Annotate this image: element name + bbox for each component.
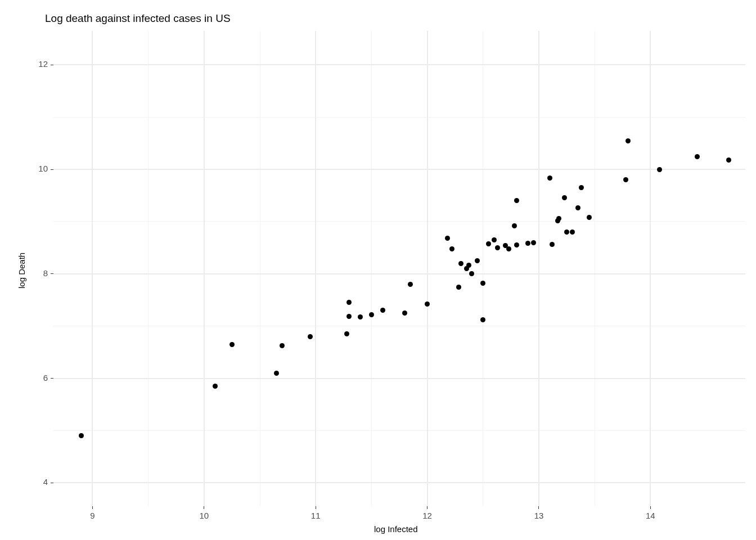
y-tick-label: 4 [28,477,48,487]
x-minor-grid [260,31,260,506]
chart-title: Log death against infected cases in US [45,12,231,25]
data-point [726,158,731,163]
y-major-grid [53,482,745,483]
y-tick-label: 10 [28,164,48,173]
x-tick-label: 11 [304,511,327,520]
data-point [514,242,519,248]
data-point [369,312,374,317]
data-point [512,223,517,228]
x-minor-grid [371,31,372,506]
data-point [445,236,450,241]
y-tick-label: 12 [28,59,48,69]
x-major-grid [650,31,651,506]
scatter-chart: Log death against infected cases in US l… [0,0,756,540]
x-tick [92,506,93,509]
y-minor-grid [53,117,745,118]
data-point [492,237,497,242]
data-point [213,384,218,389]
y-tick [51,65,53,65]
data-point [556,216,561,221]
y-minor-grid [53,221,745,222]
data-point [626,138,631,143]
data-point [506,246,511,251]
x-minor-grid [148,31,148,506]
x-tick [204,506,204,509]
y-minor-grid [53,326,745,326]
data-point [274,371,279,376]
data-point [466,263,471,268]
y-major-grid [53,169,745,170]
data-point [308,334,313,339]
x-tick-label: 14 [639,511,662,520]
x-minor-grid [483,31,483,506]
y-tick [51,378,53,379]
x-tick-label: 10 [193,511,215,520]
x-tick [650,506,651,509]
x-major-grid [538,31,539,506]
x-major-grid [315,31,316,506]
data-point [380,308,385,313]
x-axis-title: log Infected [374,524,418,534]
data-point [449,246,454,251]
y-tick [51,169,53,170]
y-major-grid [53,64,745,65]
data-point [562,195,567,200]
data-point [531,240,536,245]
data-point [579,185,584,190]
y-tick [51,483,53,483]
y-major-grid [53,378,745,379]
data-point [456,285,461,290]
data-point [495,245,500,250]
x-tick [427,506,428,509]
x-tick [316,506,316,509]
y-axis-title: log Death [17,252,26,288]
data-point [564,230,569,235]
plot-panel [53,31,745,506]
y-minor-grid [53,430,745,431]
y-tick-label: 6 [28,373,48,382]
y-tick-label: 8 [28,268,48,278]
x-tick-label: 12 [416,511,439,520]
x-tick-label: 13 [528,511,550,520]
x-tick-label: 9 [81,511,104,520]
data-point [587,215,592,220]
data-point [657,167,662,172]
data-point [570,230,575,235]
y-tick [51,273,53,274]
x-minor-grid [595,31,595,506]
data-point [230,342,235,347]
data-point [458,261,464,266]
x-major-grid [92,31,93,506]
x-major-grid [427,31,428,506]
x-tick [538,506,539,509]
y-major-grid [53,273,745,274]
x-major-grid [204,31,205,506]
